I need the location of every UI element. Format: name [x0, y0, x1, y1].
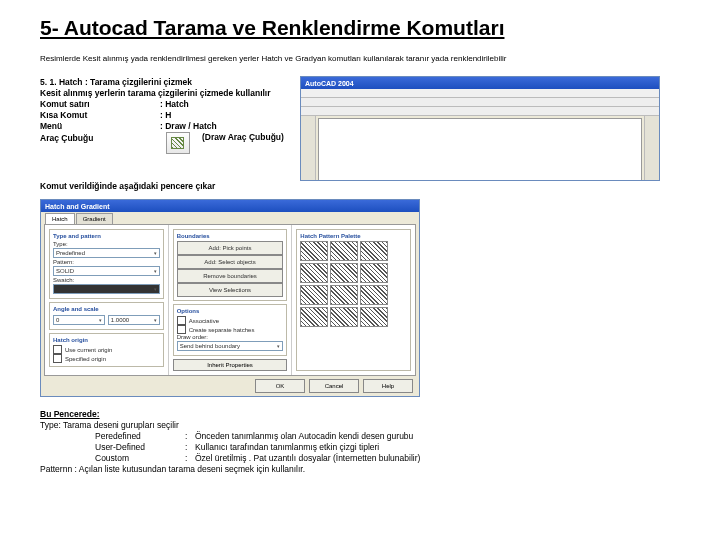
page-title: 5- Autocad Tarama ve Renklendirme Komutl… [40, 16, 680, 40]
intro-text: Resimlerde Kesit alınmış yada renklendir… [40, 54, 680, 63]
v: : Hatch [160, 99, 189, 109]
scale-dropdown[interactable]: 1.0000 [108, 315, 160, 325]
colon: : [185, 431, 195, 441]
swatch[interactable] [360, 263, 388, 283]
dialog-footer: OK Cancel Help [41, 376, 419, 396]
group-origin: Hatch origin Use current origin Specifie… [49, 333, 164, 367]
type-dropdown[interactable]: Predefined [53, 248, 160, 258]
val: Send behind boundary [180, 343, 240, 349]
lbl: Boundaries [177, 233, 284, 239]
lbl: Type and pattern [53, 233, 160, 239]
hatch-toolbar-icon [166, 132, 190, 154]
remove-boundaries-button[interactable]: Remove boundaries [177, 269, 284, 283]
swatches [300, 241, 407, 327]
val: Predefined [56, 250, 85, 256]
col-left: Type and pattern Type: Predefined Patter… [45, 225, 169, 375]
v: Özel üretilmiş . Pat uzantılı dosyalar (… [195, 453, 420, 463]
k: Peredefined [95, 431, 185, 441]
k: Komut satırı [40, 99, 160, 109]
k: Menü [40, 121, 160, 131]
swatch-preview[interactable] [53, 284, 160, 294]
origin-opt2[interactable]: Specified origin [53, 354, 160, 363]
swatch[interactable] [300, 285, 328, 305]
t: Specified origin [65, 356, 106, 362]
t: Use current origin [65, 347, 112, 353]
view-selections-button[interactable]: View Selections [177, 283, 284, 297]
swatch[interactable] [330, 263, 358, 283]
menubar [301, 89, 659, 98]
cancel-button[interactable]: Cancel [309, 379, 359, 393]
ok-button[interactable]: OK [255, 379, 305, 393]
type-k: Type: [53, 241, 160, 247]
lbl: Hatch Pattern Palette [300, 233, 407, 239]
t: Associative [189, 318, 219, 324]
draw-order-dropdown[interactable]: Send behind boundary [177, 341, 284, 351]
dialog-intro: Komut verildiğinde aşağıdaki pencere çık… [40, 181, 680, 191]
swatch[interactable] [300, 241, 328, 261]
draw-order-k: Draw order: [177, 334, 284, 340]
lbl: Angle and scale [53, 306, 160, 312]
t: Create separate hatches [189, 327, 255, 333]
lbl: Options [177, 308, 284, 314]
swatch[interactable] [360, 285, 388, 305]
tab-gradient[interactable]: Gradient [76, 213, 113, 224]
k: Kısa Komut [40, 110, 160, 120]
drawing-canvas [318, 118, 642, 181]
origin-opt1[interactable]: Use current origin [53, 345, 160, 354]
val: 0 [56, 317, 59, 323]
select-objects-button[interactable]: Add: Select objects [177, 255, 284, 269]
toolbar-row [301, 98, 659, 107]
group-angle-scale: Angle and scale 0 1.0000 [49, 302, 164, 330]
group-boundaries: Boundaries Add: Pick points Add: Select … [173, 229, 288, 301]
v: : H [160, 110, 171, 120]
dialog-titlebar: Hatch and Gradient [41, 200, 419, 212]
swatch[interactable] [330, 285, 358, 305]
pattern-k: Pattern: [53, 259, 160, 265]
tab-hatch[interactable]: Hatch [45, 213, 75, 224]
bp-row-custom: Coustom : Özel üretilmiş . Pat uzantılı … [40, 453, 680, 463]
bp-pattern-line: Patternn : Açılan liste kutusundan taram… [40, 464, 680, 474]
angle-dropdown[interactable]: 0 [53, 315, 105, 325]
col-right: Hatch Pattern Palette [292, 225, 415, 375]
draw-toolbar-label: (Draw Araç Çubuğu) [202, 132, 284, 142]
help-button[interactable]: Help [363, 379, 413, 393]
opt-associative[interactable]: Associative [177, 316, 284, 325]
inherit-properties-button[interactable]: Inherit Properties [173, 359, 288, 371]
window-titlebar: AutoCAD 2004 [301, 77, 659, 89]
pattern-palette: Hatch Pattern Palette [296, 229, 411, 371]
val: SOLID [56, 268, 74, 274]
v: Önceden tanımlanmış olan Autocadin kendi… [195, 431, 413, 441]
swatch[interactable] [330, 241, 358, 261]
swatch[interactable] [360, 307, 388, 327]
val: 1.0000 [111, 317, 129, 323]
toolbar-row [301, 107, 659, 116]
colon: : [185, 453, 195, 463]
bp-row-predefined: Peredefined : Önceden tanımlanmış olan A… [40, 431, 680, 441]
swatch[interactable] [360, 241, 388, 261]
bp-type-line: Type: Tarama deseni gurupları seçilir [40, 420, 680, 430]
k: User-Defined [95, 442, 185, 452]
bp-row-userdefined: User-Defined : Kullanıcı tarafından tanı… [40, 442, 680, 452]
pick-points-button[interactable]: Add: Pick points [177, 241, 284, 255]
swatch[interactable] [300, 307, 328, 327]
autocad-main-window: AutoCAD 2004 [300, 76, 660, 181]
right-toolbar [644, 116, 659, 181]
k: Araç Çubuğu [40, 133, 160, 143]
v: Kullanıcı tarafından tanımlanmış etkin ç… [195, 442, 379, 452]
bu-pencerede-head: Bu Pencerede: [40, 409, 680, 419]
row-arac-cubugu: Araç Çubuğu [40, 133, 160, 143]
swatch-k: Swatch: [53, 277, 160, 283]
opt-separate[interactable]: Create separate hatches [177, 325, 284, 334]
swatch[interactable] [330, 307, 358, 327]
colon: : [185, 442, 195, 452]
left-toolbar [301, 116, 316, 181]
hatch-dialog: Hatch and Gradient Hatch Gradient Type a… [40, 199, 420, 397]
group-type-pattern: Type and pattern Type: Predefined Patter… [49, 229, 164, 299]
group-options: Options Associative Create separate hatc… [173, 304, 288, 356]
v: : Draw / Hatch [160, 121, 217, 131]
col-mid: Boundaries Add: Pick points Add: Select … [169, 225, 293, 375]
pattern-dropdown[interactable]: SOLID [53, 266, 160, 276]
k: Coustom [95, 453, 185, 463]
swatch[interactable] [300, 263, 328, 283]
lbl: Hatch origin [53, 337, 160, 343]
